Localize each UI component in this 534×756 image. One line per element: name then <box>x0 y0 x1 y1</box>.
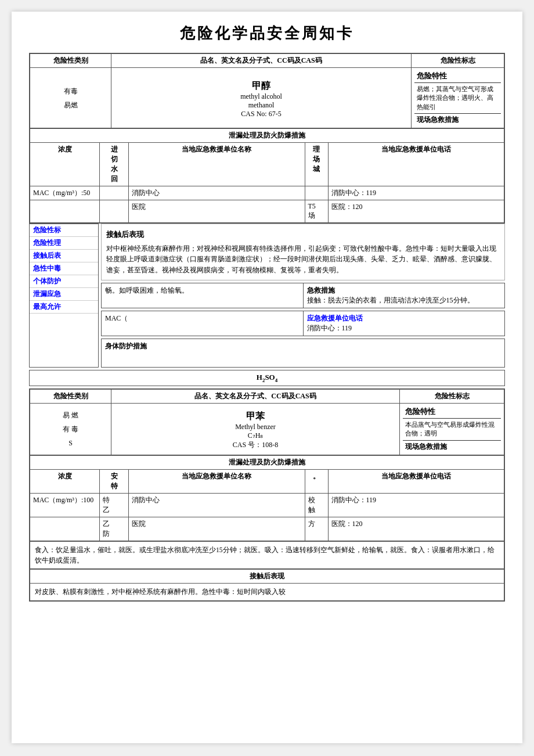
blue-sidebar: 危险性标 危险性理 接触后表 急性中毒 个体防护 泄漏应急 最高允许 <box>29 224 99 368</box>
card2-chem-en: Methyl benzer <box>114 423 396 431</box>
card2-hazard-class: 易 燃 有 毒 S <box>30 403 111 455</box>
fire-tel-2: 消防中心：119 <box>307 323 501 333</box>
blue-item-5[interactable]: 个体防护 <box>30 275 98 288</box>
rescue-breathe: 畅。如呼吸困难，给输氧。 <box>105 286 300 296</box>
card2-header-col3: 危险性标志 <box>400 389 504 403</box>
card1-toxic: 有毒 <box>33 84 108 98</box>
spill1-pipe2: 理场城 <box>305 143 328 186</box>
card2-contact-text: 对皮肤、粘膜有刺激性，对中枢神经系统有麻醉作用。急性中毒：短时间内吸入较 <box>30 584 504 600</box>
mac-right: 应急救援单位电话 消防中心：119 <box>304 311 505 336</box>
spill2-fire-center: 消防中心 <box>129 493 305 517</box>
spill2-col2: 特乙 <box>100 493 129 517</box>
card2-chem-cas: CAS 号：108-8 <box>114 440 396 450</box>
right-content-area: 接触后表现 对中枢神经系统有麻醉作用；对视神经和视网膜有特殊选择作用，引起病变；… <box>101 224 505 368</box>
card2-danger-text: 本品蒸气与空气易形成爆炸性混合物；遇明 <box>403 419 501 441</box>
card1-rescue-label: 现场急救措施 <box>414 114 501 126</box>
spill2-conc-label: 浓度 <box>30 469 100 493</box>
mac-tel-section: MAC（ 应急救援单位电话 消防中心：119 <box>101 311 505 336</box>
rescue-measures-header: 急救措施 <box>307 286 501 296</box>
card1-chem-en: methyl alcohol <box>114 92 408 101</box>
spill1-hospital-tel: 医院：120 <box>328 200 504 223</box>
card2-flammable: 易 燃 <box>33 408 108 422</box>
card2-danger-label: 危险特性 <box>403 405 501 419</box>
blue-item-6[interactable]: 泄漏应急 <box>30 288 98 301</box>
card2-hazard-sign: 危险特性 本品蒸气与空气易形成爆炸性混合物；遇明 现场急救措施 <box>400 403 504 455</box>
spill2-col4-h: 。 <box>305 469 328 493</box>
card1-chem-name: 甲醇 <box>114 78 408 92</box>
card2-toxic: 有 毒 <box>33 422 108 436</box>
card2-header-col2: 品名、英文名及分子式、CC码及CAS码 <box>111 389 400 403</box>
spill1-mac: MAC（mg/m³）:50 <box>30 186 100 200</box>
h2so4-separator: H2SO4 <box>29 370 505 386</box>
contact-header: 接触后表现 <box>106 229 500 241</box>
spill1-header: 泄漏处理及防火防爆措施 <box>30 129 504 143</box>
spill1-empty <box>30 200 100 223</box>
spill2-col4b: 方 <box>305 517 328 541</box>
rescue-contact-text: 接触：脱去污染的衣着，用流动洁水冲洗至少15分钟。 <box>307 296 501 305</box>
card2-header-col1: 危险性类别 <box>30 389 111 403</box>
card2-s: S <box>33 436 108 450</box>
spill2-unit-label: 当地应急救援单位名称 <box>129 469 305 493</box>
blue-item-2[interactable]: 危险性理 <box>30 237 98 250</box>
card1-hazard-sign: 危险特性 易燃；其蒸气与空气可形成爆炸性混合物；遇明火、高热能引 现场急救措施 <box>412 68 504 128</box>
rescue-right-area: 急救措施 接触：脱去污染的衣着，用流动洁水冲洗至少15分钟。 <box>304 283 505 308</box>
card2-rescue-note: 食入：饮足量温水，催吐，就医。或生理盐水彻底冲洗至少15分钟；就医。吸入：迅速转… <box>30 541 504 569</box>
spill1-fire-center: 消防中心 <box>129 186 305 200</box>
mac-text: MAC（ <box>105 314 128 322</box>
spill1-col4b: T5场 <box>305 200 328 223</box>
card-methanol: 危险性类别 品名、英文名及分子式、CC码及CAS码 危险性标志 有毒 易燃 甲醇… <box>29 53 505 224</box>
card-toluene: 危险性类别 品名、英文名及分子式、CC码及CAS码 危险性标志 易 燃 有 毒 … <box>29 388 505 602</box>
spill2-fire-tel: 消防中心：119 <box>328 493 504 517</box>
contact-text: 对中枢神经系统有麻醉作用；对视神经和视网膜有特殊选择作用，引起病变；可致代射性酸… <box>106 243 500 275</box>
card2-chem-name: 甲苯 <box>114 408 396 423</box>
card1-header-col1: 危险性类别 <box>30 54 111 68</box>
card1-header-col2: 品名、英文名及分子式、CC码及CAS码 <box>111 54 412 68</box>
contact-popup: 接触后表现 对中枢神经系统有麻醉作用；对视神经和视网膜有特殊选择作用，引起病变；… <box>101 224 505 280</box>
card2-product-info: 甲苯 Methyl benzer C₇H₈ CAS 号：108-8 <box>111 403 400 455</box>
spill1-fire-tel: 消防中心：119 <box>328 186 504 200</box>
spill2-empty <box>30 517 100 541</box>
page-title: 危险化学品安全周知卡 <box>29 23 505 44</box>
card1-danger-label: 危险特性 <box>414 70 501 83</box>
h2so4-label: H2SO4 <box>30 370 504 386</box>
card2-chem-formula: C₇H₈ <box>114 431 396 440</box>
card1-chem-cas: CAS No: 67-5 <box>114 110 408 118</box>
spill1-conc-label: 浓度 <box>30 143 100 186</box>
spill2-mac: MAC（mg/m³）:100 <box>30 493 100 517</box>
rescue-panel: 畅。如呼吸困难，给输氧。 急救措施 接触：脱去污染的衣着，用流动洁水冲洗至少15… <box>101 283 505 308</box>
spill2-col2b: 乙防 <box>100 517 129 541</box>
blue-item-1[interactable]: 危险性标 <box>30 224 98 237</box>
card1-chem-formula: methanol <box>114 101 408 110</box>
card1-product-info: 甲醇 methyl alcohol methanol CAS No: 67-5 <box>111 68 412 128</box>
spill1-tel-label: 当地应急救援单位电话 <box>328 143 504 186</box>
card2-rescue-label: 现场急救措施 <box>403 441 501 453</box>
card1-flammable: 易燃 <box>33 98 108 112</box>
body-protection-header: 身体防护措施 <box>105 341 501 351</box>
mac-left: MAC（ <box>102 311 304 336</box>
spill2-hospital: 医院 <box>129 517 305 541</box>
tel-header: 应急救援单位电话 <box>307 314 501 323</box>
spill1-hospital: 医院 <box>129 200 305 223</box>
spill2-col4: 校触 <box>305 493 328 517</box>
spill1-col2b <box>100 200 129 223</box>
card1-danger-text: 易燃；其蒸气与空气可形成爆炸性混合物；遇明火、高热能引 <box>414 83 501 114</box>
spill1-col4 <box>305 186 328 200</box>
blue-item-4[interactable]: 急性中毒 <box>30 262 98 275</box>
blue-item-3[interactable]: 接触后表 <box>30 250 98 262</box>
spill2-tel-label: 当地应急救援单位电话 <box>328 469 504 493</box>
spill2-header: 泄漏处理及防火防爆措施 <box>30 455 504 469</box>
spill1-pipe: 进切水回 <box>100 143 129 186</box>
blue-item-7[interactable]: 最高允许 <box>30 301 98 314</box>
spill2-hospital-tel: 医院：120 <box>328 517 504 541</box>
spill1-unit-label: 当地应急救援单位名称 <box>129 143 305 186</box>
spill1-col2 <box>100 186 129 200</box>
card2-contact-header: 接触后表现 <box>30 570 504 584</box>
blue-section-area: 危险性标 危险性理 接触后表 急性中毒 个体防护 泄漏应急 最高允许 接触后表现… <box>29 224 505 368</box>
spill2-col2-h: 安特 <box>100 469 129 493</box>
card1-hazard-class: 有毒 易燃 <box>30 68 111 128</box>
body-protection-section: 身体防护措施 <box>101 339 505 368</box>
card1-header-col3: 危险性标志 <box>412 54 504 68</box>
rescue-left: 畅。如呼吸困难，给输氧。 <box>102 283 304 308</box>
